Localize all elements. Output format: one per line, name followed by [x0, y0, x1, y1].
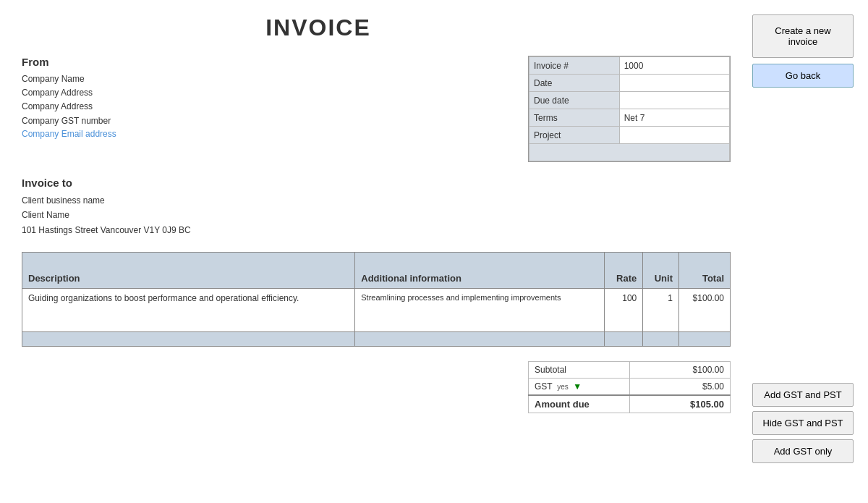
item-rate[interactable]: 100	[605, 289, 643, 332]
company-gst: Company GST number	[22, 114, 514, 128]
invoice-to-section: Invoice to Client business name Client N…	[22, 177, 731, 237]
invoice-number-label: Invoice #	[529, 57, 620, 75]
subtotal-value: $100.00	[629, 362, 731, 379]
add-gst-pst-button[interactable]: Add GST and PST	[752, 383, 854, 407]
extra-row	[529, 144, 730, 161]
item-unit[interactable]: 1	[643, 289, 679, 332]
client-business-name: Client business name	[22, 193, 731, 208]
item-description[interactable]: Guiding organizations to boost performan…	[22, 289, 355, 332]
project-row: Project	[529, 127, 730, 144]
invoice-fields: Invoice # 1000 Date Due date Terms Net 7	[528, 56, 731, 162]
footer-cell-5	[678, 332, 730, 347]
invoice-number-row: Invoice # 1000	[529, 57, 730, 75]
item-total: $100.00	[678, 289, 730, 332]
totals-wrapper: Subtotal $100.00 GST yes ▼ $5.00 Amount …	[22, 361, 731, 413]
invoice-title: INVOICE	[22, 14, 731, 41]
amount-due-label: Amount due	[529, 395, 630, 413]
company-address1: Company Address	[22, 86, 514, 100]
client-address: 101 Hastings Street Vancouver V1Y 0J9 BC	[22, 223, 731, 237]
from-section: From Company Name Company Address Compan…	[22, 56, 514, 162]
col-additional-info: Additional information	[355, 253, 605, 289]
client-name: Client Name	[22, 208, 731, 222]
col-rate: Rate	[605, 253, 643, 289]
terms-value[interactable]: Net 7	[619, 109, 729, 127]
due-date-row: Due date	[529, 92, 730, 109]
footer-cell-3	[605, 332, 643, 347]
col-total: Total	[678, 253, 730, 289]
gst-row: GST yes ▼ $5.00	[529, 379, 731, 396]
table-row: Guiding organizations to boost performan…	[22, 289, 731, 332]
create-new-invoice-button[interactable]: Create a new invoice	[752, 14, 854, 58]
footer-cell-1	[22, 332, 355, 347]
gst-icon: ▼	[573, 381, 582, 392]
terms-row: Terms Net 7	[529, 109, 730, 127]
company-email-link[interactable]: Company Email address	[22, 129, 116, 139]
gst-label: GST yes ▼	[529, 379, 630, 396]
item-additional-info[interactable]: Streamlining processes and implementing …	[355, 289, 605, 332]
terms-label: Terms	[529, 109, 620, 127]
date-value[interactable]	[619, 75, 729, 92]
hide-gst-pst-button[interactable]: Hide GST and PST	[752, 411, 854, 435]
project-label: Project	[529, 127, 620, 144]
footer-cell-2	[355, 332, 605, 347]
col-description: Description	[22, 253, 355, 289]
col-unit: Unit	[643, 253, 679, 289]
invoice-number-value[interactable]: 1000	[619, 57, 729, 75]
due-date-label: Due date	[529, 92, 620, 109]
subtotal-row: Subtotal $100.00	[529, 362, 731, 379]
company-name: Company Name	[22, 72, 514, 86]
project-value[interactable]	[619, 127, 729, 144]
items-table: Description Additional information Rate …	[22, 252, 731, 347]
footer-cell-4	[643, 332, 679, 347]
amount-due-value: $105.00	[629, 395, 731, 413]
invoice-to-heading: Invoice to	[22, 177, 731, 189]
date-label: Date	[529, 75, 620, 92]
go-back-button[interactable]: Go back	[752, 64, 854, 88]
date-row: Date	[529, 75, 730, 92]
sidebar: Create a new invoice Go back Add GST and…	[745, 7, 861, 496]
due-date-value[interactable]	[619, 92, 729, 109]
gst-value: $5.00	[629, 379, 731, 396]
gst-yes-text: yes	[557, 383, 569, 391]
extra-label	[529, 144, 730, 161]
add-gst-only-button[interactable]: Add GST only	[752, 439, 854, 463]
amount-due-row: Amount due $105.00	[529, 395, 731, 413]
totals-table: Subtotal $100.00 GST yes ▼ $5.00 Amount …	[528, 361, 731, 413]
subtotal-label: Subtotal	[529, 362, 630, 379]
company-address2: Company Address	[22, 100, 514, 114]
from-heading: From	[22, 56, 514, 68]
table-footer-row	[22, 332, 731, 347]
